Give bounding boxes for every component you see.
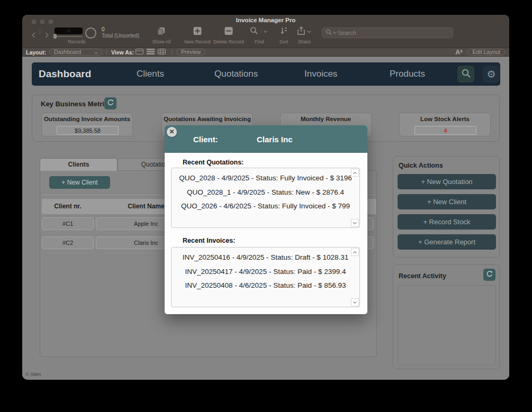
- delete-record-button[interactable]: [224, 26, 233, 35]
- new-quotation-button[interactable]: + New Quotation: [398, 174, 496, 189]
- sort-button[interactable]: [280, 26, 288, 35]
- recent-invoices-label: Recent Invoices:: [183, 237, 235, 244]
- find-chevron-icon[interactable]: [264, 29, 267, 32]
- back-record-icon[interactable]: [33, 30, 37, 39]
- nav-clients[interactable]: Clients: [137, 62, 164, 86]
- layout-content: Dashboard Clients Quotations Invoices Pr…: [22, 57, 509, 380]
- chevron-down-icon: [94, 50, 98, 54]
- nav-products[interactable]: Products: [390, 62, 425, 86]
- new-record-label: New Record: [184, 39, 211, 44]
- search-input[interactable]: [338, 30, 433, 36]
- invoice-row[interactable]: INV_20250408 - 4/6/2025 - Status: Paid -…: [172, 279, 359, 293]
- sort-label: Sort: [279, 39, 288, 44]
- invoice-row[interactable]: INV_20250416 - 4/9/2025 - Status: Draft …: [172, 251, 359, 265]
- text-zoom-icon[interactable]: Aª: [455, 49, 462, 56]
- recent-quotations-label: Recent Quotations:: [183, 159, 244, 166]
- window-chrome: Invoice Manager Pro 0 0 Total (Unsorted)…: [22, 15, 509, 48]
- view-form-icon[interactable]: [136, 49, 143, 56]
- client-nr-field[interactable]: #C2: [42, 236, 94, 249]
- forward-record-icon[interactable]: [44, 30, 48, 39]
- tab-clients[interactable]: Clients: [40, 158, 118, 171]
- metric-value-field[interactable]: 4: [414, 126, 476, 135]
- layout-selector-value: Dashboard: [54, 49, 81, 55]
- layout-bar: Layout: Dashboard View As: Preview Aª Ed…: [22, 48, 509, 57]
- quotation-row[interactable]: QUO_2026 - 4/6/2025 - Status: Fully Invo…: [172, 199, 359, 214]
- record-slider[interactable]: [55, 36, 83, 37]
- quick-actions-panel: Quick Actions + New Quotation + New Clie…: [393, 156, 500, 258]
- view-list-icon[interactable]: [147, 49, 155, 56]
- view-table-icon[interactable]: [158, 49, 166, 56]
- show-all-button[interactable]: [157, 26, 166, 36]
- records-count: 0: [102, 26, 139, 33]
- quick-actions-title: Quick Actions: [399, 162, 443, 169]
- scroll-down-button[interactable]: [351, 298, 359, 306]
- preview-button[interactable]: Preview: [176, 49, 205, 56]
- nav-settings-button[interactable]: ⚙: [483, 66, 500, 83]
- gear-icon: ⚙: [486, 68, 495, 80]
- nav-invoices[interactable]: Invoices: [304, 62, 337, 86]
- divider: [172, 49, 172, 55]
- find-icon: [250, 26, 258, 35]
- edit-layout-button[interactable]: Edit Layout: [467, 49, 505, 56]
- found-set-pie-icon[interactable]: [85, 28, 96, 39]
- quotation-row[interactable]: QUO_2028 - 4/9/2025 - Status: Fully Invo…: [172, 171, 359, 186]
- share-chevron-icon[interactable]: [307, 29, 311, 33]
- records-total-label: Total (Unsorted): [102, 33, 139, 39]
- new-client-button[interactable]: + New Client: [49, 176, 110, 189]
- refresh-icon: [486, 270, 493, 280]
- new-record-button[interactable]: [193, 26, 202, 35]
- nav-quotations[interactable]: Quotations: [214, 62, 258, 86]
- refresh-icon: [107, 99, 114, 108]
- show-all-label: Show All: [152, 39, 171, 44]
- record-flipbook[interactable]: 0: [55, 28, 83, 34]
- nav-search-button[interactable]: [457, 66, 474, 83]
- scroll-up-button[interactable]: [351, 248, 359, 256]
- recent-activity-list: [398, 285, 496, 365]
- new-record-icon: [193, 26, 202, 35]
- find-button[interactable]: [250, 26, 267, 37]
- generate-report-button[interactable]: + Generate Report: [398, 234, 496, 250]
- metric-title: Outstanding Invoice Amounts: [42, 116, 132, 122]
- records-label: Records: [68, 39, 86, 44]
- client-label: Client:: [193, 135, 218, 144]
- close-icon[interactable]: ✕: [167, 127, 177, 137]
- toolbar-search[interactable]: [322, 28, 453, 38]
- share-button[interactable]: [297, 26, 311, 38]
- share-icon: [297, 26, 305, 35]
- recent-activity-title: Recent Activity: [399, 272, 446, 280]
- show-all-icon: [157, 26, 166, 36]
- quotations-list: QUO_2028 - 4/9/2025 - Status: Fully Invo…: [171, 168, 360, 228]
- client-detail-modal: Client: Claris Inc ✕ Recent Quotations: …: [165, 125, 367, 314]
- window-title: Invoice Manager Pro: [22, 17, 509, 23]
- invoice-row[interactable]: INV_20250417 - 4/9/2025 - Status: Paid -…: [172, 265, 359, 279]
- layout-label: Layout:: [26, 49, 46, 56]
- metrics-refresh-button[interactable]: [104, 97, 116, 109]
- record-slider-knob[interactable]: [53, 34, 57, 39]
- find-label: Find: [255, 39, 264, 44]
- metrics-title: Key Business Metrics: [41, 100, 112, 108]
- search-icon: [326, 28, 332, 38]
- divider: [106, 49, 107, 55]
- share-label: Share: [298, 39, 311, 44]
- search-scope-chevron-icon[interactable]: [333, 30, 337, 34]
- record-stock-button[interactable]: + Record Stock: [398, 214, 496, 230]
- quotation-row[interactable]: QUO_2028_1 - 4/9/2025 - Status: New - $ …: [172, 186, 359, 200]
- metric-title: Monthly Revenue: [281, 116, 371, 122]
- desktop: Invoice Manager Pro 0 0 Total (Unsorted)…: [0, 0, 532, 412]
- activity-refresh-button[interactable]: [483, 269, 495, 281]
- layout-selector[interactable]: Dashboard: [49, 49, 102, 56]
- scroll-down-button[interactable]: [351, 219, 359, 227]
- app-window: Invoice Manager Pro 0 0 Total (Unsorted)…: [22, 15, 509, 380]
- metric-value-field[interactable]: $9,385.58: [57, 126, 119, 135]
- nav-dashboard[interactable]: Dashboard: [39, 62, 91, 86]
- metric-title: Low Stock Alerts: [400, 116, 490, 122]
- client-nr-field[interactable]: #C1: [42, 217, 94, 230]
- copyright-text: © SMH: [25, 372, 41, 377]
- metric-card-low-stock: Low Stock Alerts 4: [399, 113, 491, 136]
- new-client-button[interactable]: + New Client: [398, 194, 496, 209]
- client-name: Claris Inc: [257, 135, 293, 144]
- delete-record-icon: [224, 26, 233, 35]
- view-as-label: View As:: [111, 49, 134, 56]
- scroll-up-button[interactable]: [351, 169, 359, 177]
- modal-header: Client: Claris Inc: [165, 125, 367, 153]
